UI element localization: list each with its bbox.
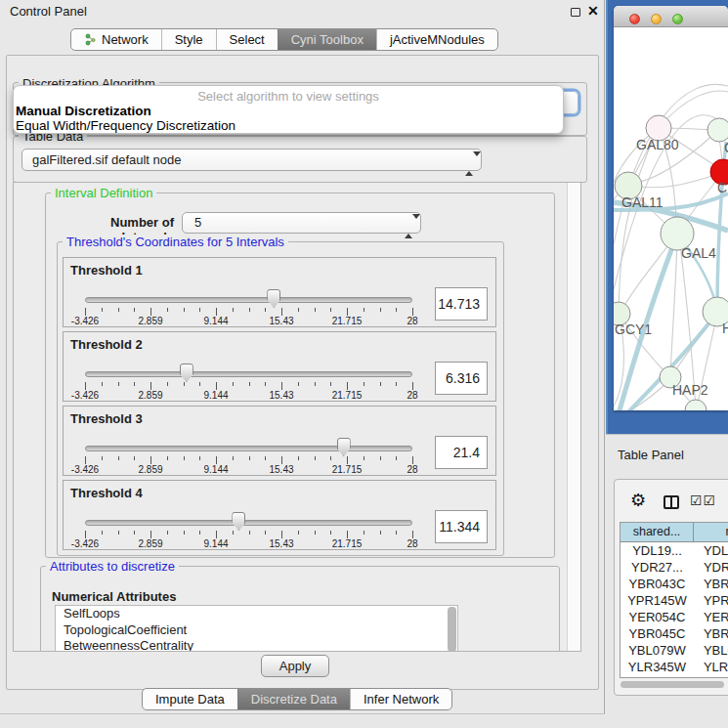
cell-name: YIL0 [694, 675, 728, 678]
slider-track[interactable] [85, 297, 412, 303]
tab-cyni-toolbox[interactable]: Cyni Toolbox [278, 29, 376, 50]
tab-infer-network[interactable]: Infer Network [350, 689, 451, 709]
tab-discretize-data-label: Discretize Data [251, 689, 337, 709]
slider-scale-labels: -3.4262.8599.14415.4321.71528 [85, 538, 414, 550]
cell-shared-name: YBR045C [621, 625, 694, 642]
cell-shared-name: YER054C [621, 609, 694, 625]
threshold-panel: Threshold 2-3.4262.8599.14415.4321.71528… [63, 331, 496, 402]
network-canvas[interactable]: GAL80GACGAL11GAL4GCY1HHAP2 [614, 27, 728, 410]
zoom-traffic-light-icon[interactable] [672, 14, 683, 24]
network-node-label: GAL4 [681, 245, 716, 261]
network-node-label: C [717, 180, 727, 195]
numerical-attributes-label: Numerical Attributes [52, 589, 176, 604]
attributes-list-scrollbar[interactable] [448, 607, 456, 652]
apply-button[interactable]: Apply [261, 655, 329, 677]
slider-scale-labels: -3.4262.8599.14415.4321.71528 [85, 464, 414, 476]
tab-select[interactable]: Select [216, 29, 278, 50]
cell-name: YPR1 [694, 592, 728, 609]
table-data-value: galFiltered.sif default node [32, 152, 181, 167]
dropdown-option[interactable]: Manual Discretization [16, 104, 151, 118]
table-row[interactable]: YBR045CYBR0 [621, 625, 728, 642]
table-row[interactable]: YPR145WYPR1 [621, 592, 728, 609]
cell-name: YBR0 [694, 625, 728, 642]
cell-name: YDL1 [694, 542, 728, 559]
threshold-value-field[interactable]: 14.713 [435, 287, 488, 321]
attribute-list-item[interactable]: SelfLoops [56, 606, 457, 622]
float-window-icon[interactable] [571, 8, 580, 17]
bottom-tab-bar: Impute Data Discretize Data Infer Networ… [142, 688, 452, 710]
cell-name: YLR3 [694, 659, 728, 675]
network-node-label: GA [724, 140, 728, 155]
slider-track[interactable] [85, 446, 412, 451]
network-node-label: GAL11 [621, 194, 664, 210]
threshold-label: Threshold 3 [70, 411, 143, 426]
close-icon[interactable]: ✕ [587, 3, 599, 19]
slider-handle[interactable] [180, 364, 193, 382]
network-node[interactable] [685, 400, 707, 410]
tab-cyni-toolbox-label: Cyni Toolbox [291, 29, 364, 50]
network-node-label: H [722, 321, 728, 336]
dropdown-placeholder: Select algorithm to view settings [14, 89, 563, 104]
slider-scale-labels: -3.4262.8599.14415.4321.71528 [85, 390, 414, 402]
spinner-updown-icon [405, 217, 412, 231]
tab-style[interactable]: Style [161, 29, 216, 50]
threshold-panel: Threshold 4-3.4262.8599.14415.4321.71528… [63, 480, 496, 550]
table-row[interactable]: YLR345WYLR3 [621, 659, 728, 675]
table-panel-title: Table Panel [618, 448, 684, 462]
tab-network[interactable]: Network [71, 29, 161, 50]
tab-style-label: Style [175, 29, 203, 50]
cell-shared-name: YBL079W [621, 642, 694, 659]
table-row[interactable]: YDR27...YDR2 [621, 559, 728, 576]
close-traffic-light-icon[interactable] [629, 14, 640, 24]
tab-infer-network-label: Infer Network [364, 689, 439, 709]
thresholds-group-title: Threshold's Coordinates for 5 Intervals [63, 235, 288, 249]
settings-scrollbar-track[interactable] [567, 183, 581, 651]
combo-updown-icon [465, 153, 473, 167]
tab-impute-data[interactable]: Impute Data [143, 689, 237, 709]
window-title: Control Panel [10, 4, 87, 19]
column-header-name[interactable]: na [694, 523, 728, 541]
table-hscrollbar-thumb[interactable] [621, 681, 724, 688]
slider-handle[interactable] [267, 289, 280, 308]
table-header-row: shared... na [621, 523, 728, 542]
threshold-label: Threshold 1 [70, 263, 143, 278]
table-row[interactable]: YBL079WYBL0 [621, 642, 728, 659]
slider-handle[interactable] [232, 512, 245, 531]
dropdown-option[interactable]: Equal Width/Frequency Discretization [16, 118, 236, 133]
column-layout-icon[interactable] [664, 495, 679, 509]
tab-discretize-data[interactable]: Discretize Data [237, 689, 350, 709]
slider-track[interactable] [85, 520, 412, 526]
tab-jactivemnodules-label: jActiveMNodules [390, 29, 485, 50]
threshold-value-field[interactable]: 21.4 [435, 436, 488, 469]
attribute-list-item[interactable]: BetweennessCentrality [56, 638, 457, 652]
threshold-value-field[interactable]: 11.344 [435, 510, 488, 543]
attribute-list-item[interactable]: TopologicalCoefficient [56, 622, 457, 639]
cell-shared-name: YBR043C [621, 576, 694, 592]
table-data-combobox[interactable]: galFiltered.sif default node [21, 149, 482, 171]
cell-shared-name: YLR345W [621, 659, 694, 675]
checkboxes-icon[interactable]: ☑☑ [690, 492, 716, 508]
network-graph: GAL80GACGAL11GAL4GCY1HHAP2 [614, 27, 728, 410]
network-icon [84, 33, 97, 46]
cell-name: YER0 [694, 609, 728, 625]
threshold-value-field[interactable]: 6.316 [435, 362, 488, 395]
table-row[interactable]: YIL052CYIL0 [621, 675, 728, 678]
table-row[interactable]: YER054CYER0 [621, 609, 728, 625]
interval-definition-title: Interval Definition [51, 186, 156, 200]
numerical-attributes-list[interactable]: SelfLoopsTopologicalCoefficientBetweenne… [55, 605, 458, 652]
minimize-traffic-light-icon[interactable] [651, 14, 662, 24]
node-table: shared... na YDL19...YDL1YDR27...YDR2YBR… [620, 522, 728, 678]
slider-track[interactable] [85, 371, 412, 377]
slider-handle[interactable] [337, 438, 351, 456]
algorithm-dropdown-popup: Select algorithm to view settings Manual… [13, 85, 564, 134]
column-header-shared[interactable]: shared... [621, 523, 694, 541]
attributes-group-title: Attributes to discretize [46, 559, 179, 574]
network-node[interactable] [707, 118, 728, 142]
cell-name: YDR2 [694, 559, 728, 576]
gear-icon[interactable]: ⚙ [630, 490, 646, 511]
tab-jactivemnodules[interactable]: jActiveMNodules [376, 29, 497, 50]
number-of-intervals-spinner[interactable]: 5 [182, 212, 421, 234]
table-row[interactable]: YDL19...YDL1 [621, 542, 728, 559]
cell-shared-name: YDR27... [621, 559, 694, 576]
table-row[interactable]: YBR043CYBR0 [621, 576, 728, 592]
